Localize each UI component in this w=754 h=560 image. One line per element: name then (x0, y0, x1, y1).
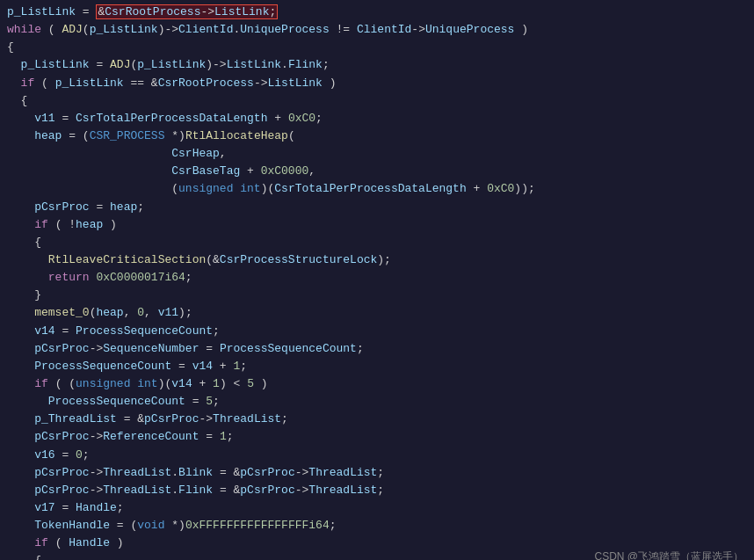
code-line-15: RtlLeaveCriticalSection(&CsrProcessStruc… (7, 251, 747, 269)
code-container: p_ListLink = &CsrRootProcess->ListLink; … (0, 0, 754, 560)
code-line-8: heap = (CSR_PROCESS *)RtlAllocateHeap( (7, 127, 747, 145)
code-line-29: v17 = Handle; (7, 499, 747, 517)
code-line-13: if ( !heap ) (7, 216, 747, 234)
code-line-1: p_ListLink = &CsrRootProcess->ListLink; (7, 4, 747, 21)
code-line-22: if ( (unsigned int)(v14 + 1) < 5 ) (7, 375, 747, 393)
code-line-9: CsrHeap, (7, 145, 747, 163)
code-line-11: (unsigned int)(CsrTotalPerProcessDataLen… (7, 180, 747, 198)
code-line-2: while ( ADJ(p_ListLink)->ClientId.Unique… (7, 21, 747, 39)
code-line-6: { (7, 92, 747, 110)
code-line-5: if ( p_ListLink == &CsrRootProcess->List… (7, 75, 747, 92)
code-line-14: { (7, 234, 747, 251)
code-line-7: v11 = CsrTotalPerProcessDataLength + 0xC… (7, 110, 747, 127)
code-line-23: ProcessSequenceCount = 5; (7, 393, 747, 411)
code-line-20: pCsrProc->SequenceNumber = ProcessSequen… (7, 340, 747, 358)
code-line-21: ProcessSequenceCount = v14 + 1; (7, 358, 747, 375)
watermark: CSDN @飞鸿踏雪（蓝屏选手） (594, 549, 743, 560)
code-line-17: } (7, 287, 747, 304)
code-line-30: TokenHandle = (void *)0xFFFFFFFFFFFFFFFF… (7, 517, 747, 535)
code-line-18: memset_0(heap, 0, v11); (7, 304, 747, 322)
code-line-27: pCsrProc->ThreadList.Blink = &pCsrProc->… (7, 464, 747, 482)
code-line-4: p_ListLink = ADJ(p_ListLink)->ListLink.F… (7, 56, 747, 74)
code-line-19: v14 = ProcessSequenceCount; (7, 323, 747, 340)
code-line-16: return 0xC0000017i64; (7, 269, 747, 287)
code-line-26: v16 = 0; (7, 447, 747, 464)
code-line-12: pCsrProc = heap; (7, 199, 747, 216)
code-line-24: p_ThreadList = &pCsrProc->ThreadList; (7, 411, 747, 428)
code-line-3: { (7, 39, 747, 56)
code-line-28: pCsrProc->ThreadList.Flink = &pCsrProc->… (7, 482, 747, 499)
code-line-10: CsrBaseTag + 0xC0000, (7, 163, 747, 180)
code-line-25: pCsrProc->ReferenceCount = 1; (7, 428, 747, 446)
